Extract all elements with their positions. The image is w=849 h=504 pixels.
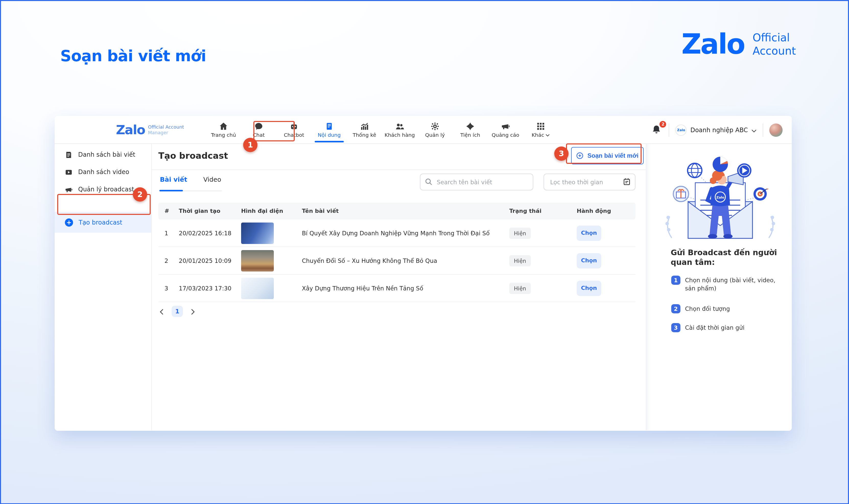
help-heading: Gửi Broadcast đến người quan tâm: — [671, 248, 777, 267]
previous-page-chevron-icon[interactable] — [158, 308, 166, 315]
gift-icon — [673, 186, 689, 202]
user-avatar[interactable] — [769, 123, 783, 137]
tab-video[interactable]: Video — [203, 176, 221, 183]
col-index: # — [158, 208, 179, 214]
target-icon — [753, 187, 768, 201]
chat-bubble-icon — [254, 122, 263, 131]
oam-wordmark: Zalo — [116, 123, 145, 137]
users-icon — [395, 122, 404, 131]
plus-circle-icon: + — [65, 218, 73, 226]
chevron-down-icon — [546, 132, 550, 138]
nav-tab-home[interactable]: Trang chủ — [206, 116, 241, 144]
help-heading-line2: quan tâm: — [671, 258, 777, 267]
table-row: 2 20/01/2025 10:09 Chuyển Đổi Số – Xu Hư… — [158, 247, 636, 274]
app-window: Zalo Official Account Manager Trang chủ … — [55, 116, 792, 431]
nav-tab-label: Chatbot — [284, 132, 304, 138]
broadcast-illustration: Zalo — [656, 153, 784, 245]
sidebar-item-label: Quản lý broadcast — [78, 186, 134, 193]
choose-button[interactable]: Chọn — [577, 225, 601, 241]
row-title: Bí Quyết Xây Dựng Doanh Nghiệp Vững Mạnh… — [302, 230, 509, 237]
oam-tagline: Official Account Manager — [148, 125, 184, 135]
row-created: 17/03/2023 17:30 — [179, 285, 241, 292]
page-number-current[interactable]: 1 — [172, 306, 183, 317]
brand-tagline-line2: Account — [752, 44, 796, 58]
oam-logo[interactable]: Zalo Official Account Manager — [116, 116, 184, 144]
nav-tab-label: Thống kê — [353, 132, 376, 138]
nav-tab-label: Khác — [532, 132, 550, 138]
table-row: 1 20/02/2025 16:18 Bí Quyết Xây Dựng Doa… — [158, 219, 636, 247]
compose-button-label: Soạn bài viết mới — [587, 152, 639, 159]
choose-button[interactable]: Chọn — [577, 281, 601, 296]
sidebar-item-article-list[interactable]: Danh sách bài viết — [55, 146, 151, 163]
compose-new-article-button[interactable]: Soạn bài viết mới — [571, 147, 644, 164]
bar-chart-icon — [360, 122, 369, 131]
choose-button[interactable]: Chọn — [577, 253, 601, 268]
document-icon — [325, 122, 333, 131]
calendar-filter-icon[interactable] — [623, 178, 631, 186]
nav-tab-management[interactable]: Quản lý — [417, 116, 453, 144]
nav-tab-ads[interactable]: Quảng cáo — [488, 116, 523, 144]
screenshot-canvas: Soạn bài viết mới Zalo Official Account … — [0, 0, 849, 504]
help-step-1: 1 Chọn nội dung (bài viết, video, sản ph… — [671, 276, 783, 292]
page-title: Soạn bài viết mới — [60, 47, 206, 65]
nav-tab-more[interactable]: Khác — [523, 116, 558, 144]
time-filter-input[interactable] — [543, 174, 636, 191]
step-text: Cài đặt thời gian gửi — [685, 323, 783, 332]
gear-icon — [431, 122, 439, 131]
page-heading: Tạo broadcast — [158, 150, 228, 161]
article-thumbnail — [241, 250, 274, 271]
plus-circle-outline-icon — [576, 152, 583, 159]
help-heading-line1: Gửi Broadcast đến người — [671, 248, 777, 258]
active-tab-underline — [159, 190, 183, 192]
col-title: Tên bài viết — [302, 208, 509, 214]
zalo-account-badge-icon: Zalo — [676, 124, 687, 136]
sidebar-item-create-broadcast[interactable]: + Tạo broadcast — [55, 212, 151, 233]
help-panel: Zalo Gửi Broadcast đến người quan tâm: 1… — [646, 144, 792, 430]
help-step-2: 2 Chọn đối tượng — [671, 304, 783, 313]
header-right: 2 Zalo Doanh nghiệp ABC — [652, 116, 783, 144]
play-icon — [737, 163, 751, 178]
col-status: Trạng thái — [509, 208, 577, 214]
nav-tab-label: Nội dung — [318, 132, 341, 138]
search-input[interactable] — [420, 174, 533, 191]
sidebar-item-label: Danh sách bài viết — [78, 151, 135, 158]
robot-icon — [290, 122, 298, 131]
table-row: 3 17/03/2023 17:30 Xây Dựng Thương Hiệu … — [158, 274, 636, 302]
nav-tab-content[interactable]: Nội dung — [312, 116, 347, 144]
article-list-icon — [65, 151, 72, 159]
zalo-oa-brand-logo: Zalo Official Account — [681, 31, 796, 58]
row-title: Chuyển Đổi Số – Xu Hướng Không Thể Bỏ Qu… — [302, 257, 509, 264]
search-icon — [424, 178, 433, 186]
row-created: 20/01/2025 10:09 — [179, 257, 241, 264]
account-switcher[interactable]: Zalo Doanh nghiệp ABC — [676, 124, 757, 136]
nav-tab-label: Trang chủ — [211, 132, 236, 138]
nav-tab-chatbot[interactable]: Chatbot — [276, 116, 312, 144]
sidebar-item-video-list[interactable]: Danh sách video — [55, 163, 151, 181]
pie-chart-icon — [713, 157, 728, 172]
col-thumbnail: Hình đại diện — [241, 208, 302, 214]
main-content: Tạo broadcast Soạn bài viết mới Bài viết… — [152, 144, 646, 430]
sidebar-item-label: Tạo broadcast — [79, 219, 122, 226]
grid-icon — [536, 122, 545, 131]
nav-tab-customers[interactable]: Khách hàng — [382, 116, 417, 144]
row-created: 20/02/2025 16:18 — [179, 230, 241, 237]
next-page-chevron-icon[interactable] — [189, 308, 196, 315]
nav-tab-utilities[interactable]: Tiện ích — [453, 116, 488, 144]
article-thumbnail — [241, 277, 274, 299]
notifications-button[interactable]: 2 — [652, 124, 663, 136]
nav-tab-label: Quản lý — [425, 132, 445, 138]
header-divider — [669, 123, 670, 137]
app-header: Zalo Official Account Manager Trang chủ … — [55, 116, 792, 144]
tab-articles[interactable]: Bài viết — [160, 176, 187, 183]
megaphone-icon — [65, 185, 72, 193]
home-icon — [219, 122, 228, 131]
header-separator — [152, 169, 646, 170]
oam-tagline-line1: Official Account — [148, 125, 184, 130]
brand-tagline-line1: Official — [752, 31, 796, 44]
time-filter-box — [543, 174, 636, 191]
articles-table: # Thời gian tạo Hình đại diện Tên bài vi… — [158, 203, 636, 302]
nav-tab-stats[interactable]: Thống kê — [347, 116, 382, 144]
nav-tab-label: Tiện ích — [460, 132, 480, 138]
notification-badge: 2 — [660, 121, 666, 127]
tab-strip — [183, 191, 222, 192]
